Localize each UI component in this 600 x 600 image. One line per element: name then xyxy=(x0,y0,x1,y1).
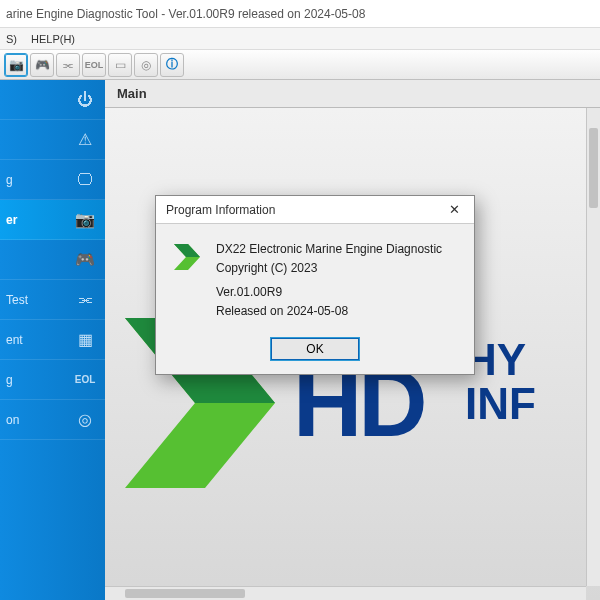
dialog-footer: OK xyxy=(156,334,474,374)
dialog-released: Released on 2024-05-08 xyxy=(216,302,442,321)
close-icon: ✕ xyxy=(449,202,460,217)
dialog-text: DX22 Electronic Marine Engine Diagnostic… xyxy=(216,240,442,320)
dialog-titlebar: Program Information ✕ xyxy=(156,196,474,224)
dialog-version: Ver.01.00R9 xyxy=(216,283,442,302)
dialog-app-icon xyxy=(170,240,204,274)
dialog-product: DX22 Electronic Marine Engine Diagnostic xyxy=(216,240,442,259)
program-info-dialog: Program Information ✕ DX22 Electronic Ma… xyxy=(155,195,475,375)
svg-marker-3 xyxy=(174,244,200,257)
dialog-overlay: Program Information ✕ DX22 Electronic Ma… xyxy=(0,0,600,600)
ok-button[interactable]: OK xyxy=(271,338,359,360)
dialog-body: DX22 Electronic Marine Engine Diagnostic… xyxy=(156,224,474,334)
dialog-copyright: Copyright (C) 2023 xyxy=(216,259,442,278)
dialog-title: Program Information xyxy=(166,203,275,217)
dialog-close-button[interactable]: ✕ xyxy=(440,200,468,220)
